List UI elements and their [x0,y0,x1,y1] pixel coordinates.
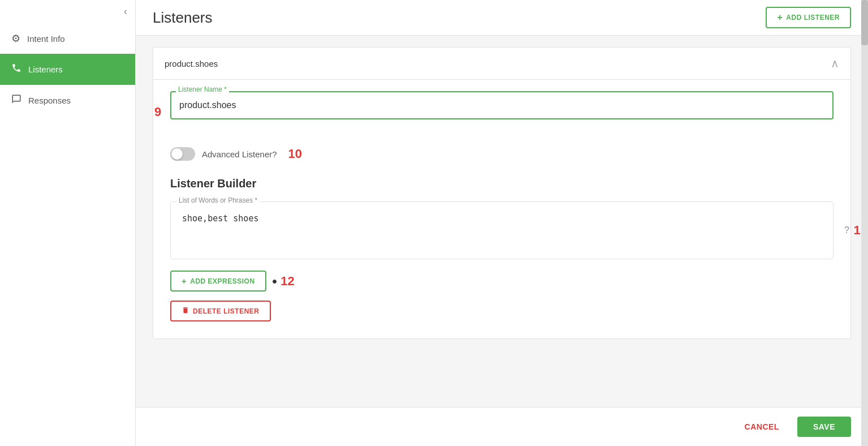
sidebar-item-responses[interactable]: Responses [0,85,135,116]
sidebar-item-label: Responses [28,96,71,105]
listener-name-input[interactable] [170,91,834,119]
cancel-button[interactable]: CANCEL [736,418,788,436]
step-9-badge: 9 [154,105,161,119]
words-phrases-box: List of Words or Phrases * shoe,best sho… [170,201,834,259]
expression-row: + ADD EXPRESSION ● 12 [170,271,834,291]
plus-icon: + [182,276,187,286]
add-listener-button[interactable]: + ADD LISTENER [766,7,851,28]
advanced-listener-toggle[interactable] [170,147,195,161]
accordion-body: 9 Listener Name * Advanced Listener? 10 [153,80,850,338]
save-button[interactable]: SAVE [797,417,851,437]
collapse-icon: ‹ [124,6,127,18]
listener-builder-section: Listener Builder List of Words or Phrase… [170,177,834,321]
add-expression-label: ADD EXPRESSION [190,277,254,285]
words-row: shoe,best shoes [182,213,822,250]
delete-listener-button[interactable]: DELETE LISTENER [170,301,271,321]
advanced-listener-row: Advanced Listener? 10 [170,147,834,161]
words-phrases-input[interactable]: shoe,best shoes [182,213,822,247]
delete-listener-label: DELETE LISTENER [193,307,260,315]
page-footer: CANCEL SAVE [136,407,868,446]
step-12-badge: 12 [280,274,294,289]
listener-name-label: Listener Name * [176,85,229,93]
chevron-up-icon: ∧ [831,57,839,70]
listener-builder-title: Listener Builder [170,177,834,190]
accordion-card: product.shoes ∧ 9 Listener Name * [153,47,851,339]
step-10-badge: 10 [288,147,302,161]
gear-icon: ⚙ [11,32,20,45]
page-header: Listeners + ADD LISTENER [136,0,868,36]
sidebar-collapse-button[interactable]: ‹ [0,0,135,23]
toggle-knob [171,148,183,160]
sidebar-item-listeners[interactable]: Listeners [0,54,135,85]
sidebar-item-label: Listeners [28,65,63,74]
accordion-header[interactable]: product.shoes ∧ [153,48,850,80]
sidebar-item-intent-info[interactable]: ⚙ Intent Info [0,23,135,54]
main-content: Listeners + ADD LISTENER product.shoes ∧… [136,0,868,446]
trash-icon [182,306,189,316]
words-help-icon[interactable]: ? [844,225,849,235]
content-area: product.shoes ∧ 9 Listener Name * [136,36,868,407]
scrollbar-track [861,0,868,446]
chat-icon [11,94,21,107]
sidebar: ‹ ⚙ Intent Info Listeners Responses [0,0,136,446]
advanced-listener-label: Advanced Listener? [202,149,277,159]
plus-icon: + [777,12,783,23]
accordion-title: product.shoes [165,59,218,68]
add-listener-label: ADD LISTENER [786,14,840,22]
scrollbar-thumb[interactable] [861,0,868,45]
add-expression-button[interactable]: + ADD EXPRESSION [170,271,266,291]
words-phrases-label: List of Words or Phrases * [176,196,260,204]
page-title: Listeners [153,9,213,27]
expression-help-icon[interactable]: ● [272,276,278,286]
phone-icon [11,63,21,76]
sidebar-item-label: Intent Info [27,34,65,44]
